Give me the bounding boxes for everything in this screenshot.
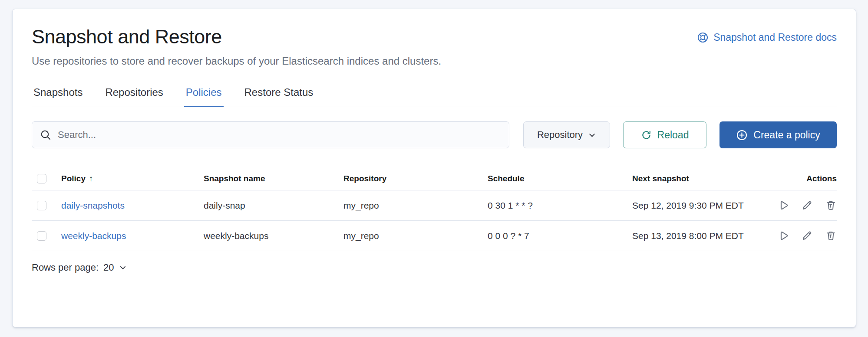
- search-icon: [40, 129, 52, 141]
- repository-filter-button[interactable]: Repository: [523, 121, 610, 148]
- plus-circle-icon: [736, 129, 748, 141]
- run-policy-icon[interactable]: [777, 200, 789, 211]
- rows-per-page-value: 20: [103, 262, 114, 273]
- policy-sort-control[interactable]: Policy ↑: [61, 174, 93, 183]
- repository-cell: my_repo: [343, 231, 488, 241]
- reload-button[interactable]: Reload: [623, 121, 706, 148]
- rows-per-page-label: Rows per page:: [32, 262, 99, 273]
- column-header-repository: Repository: [343, 174, 488, 183]
- page-title: Snapshot and Restore: [32, 26, 222, 48]
- delete-policy-icon[interactable]: [825, 230, 837, 242]
- policy-cell: weekly-backups: [61, 231, 204, 241]
- policy-link[interactable]: daily-snapshots: [61, 200, 125, 210]
- row-checkbox-cell: [32, 231, 61, 241]
- next-snapshot-cell: Sep 13, 2019 8:00 PM EDT: [632, 231, 771, 241]
- rows-per-page-control[interactable]: Rows per page: 20: [32, 262, 127, 273]
- delete-policy-icon[interactable]: [825, 200, 837, 211]
- policy-cell: daily-snapshots: [61, 200, 204, 211]
- chevron-down-icon: [588, 131, 596, 139]
- repository-cell: my_repo: [343, 200, 488, 211]
- refresh-icon: [641, 130, 652, 141]
- snapshot-restore-panel: Snapshot and Restore Snapshot and Restor…: [12, 9, 856, 327]
- policies-table: Policy ↑ Snapshot name Repository Schedu…: [32, 167, 837, 251]
- tab-snapshots[interactable]: Snapshots: [32, 84, 84, 107]
- table-row: weekly-backups weekly-backups my_repo 0 …: [32, 221, 837, 251]
- life-ring-icon: [697, 32, 709, 43]
- reload-button-label: Reload: [657, 129, 689, 141]
- table-header-row: Policy ↑ Snapshot name Repository Schedu…: [32, 167, 837, 190]
- snapshot-name-cell: weekly-backups: [204, 231, 343, 241]
- row-actions-cell: [771, 200, 837, 211]
- page-header: Snapshot and Restore Snapshot and Restor…: [32, 26, 837, 48]
- chevron-down-icon: [119, 264, 127, 272]
- column-header-policy: Policy ↑: [61, 174, 204, 183]
- header-checkbox-cell: [32, 174, 61, 183]
- create-policy-label: Create a policy: [753, 129, 820, 141]
- column-header-next-snapshot: Next snapshot: [632, 174, 771, 183]
- next-snapshot-cell: Sep 12, 2019 9:30 PM EDT: [632, 200, 771, 211]
- repository-filter-label: Repository: [537, 129, 583, 141]
- table-footer: Rows per page: 20: [32, 262, 837, 273]
- policies-toolbar: Repository Reload: [32, 121, 837, 148]
- schedule-cell: 0 30 1 * * ?: [488, 200, 632, 211]
- column-header-snapshot-name: Snapshot name: [204, 174, 343, 183]
- run-policy-icon[interactable]: [777, 230, 789, 242]
- edit-policy-icon[interactable]: [801, 200, 813, 211]
- column-header-schedule: Schedule: [488, 174, 632, 183]
- row-checkbox[interactable]: [37, 231, 46, 241]
- docs-link[interactable]: Snapshot and Restore docs: [697, 32, 837, 43]
- tab-repositories[interactable]: Repositories: [103, 84, 165, 107]
- page-subtitle: Use repositories to store and recover ba…: [32, 55, 837, 67]
- table-row: daily-snapshots daily-snap my_repo 0 30 …: [32, 190, 837, 221]
- search-input[interactable]: [58, 129, 501, 141]
- column-header-policy-label: Policy: [61, 174, 86, 183]
- column-header-actions: Actions: [771, 174, 837, 183]
- row-checkbox[interactable]: [37, 201, 46, 210]
- sort-ascending-icon: ↑: [89, 174, 93, 183]
- create-policy-button[interactable]: Create a policy: [719, 121, 837, 148]
- tab-restore-status[interactable]: Restore Status: [243, 84, 315, 107]
- tab-bar: Snapshots Repositories Policies Restore …: [32, 84, 837, 107]
- search-box: [32, 121, 509, 148]
- row-checkbox-cell: [32, 201, 61, 210]
- docs-link-label: Snapshot and Restore docs: [713, 32, 837, 43]
- row-actions-cell: [771, 230, 837, 242]
- edit-policy-icon[interactable]: [801, 230, 813, 242]
- snapshot-name-cell: daily-snap: [204, 200, 343, 211]
- schedule-cell: 0 0 0 ? * 7: [488, 231, 632, 241]
- tab-policies[interactable]: Policies: [184, 84, 224, 107]
- policy-link[interactable]: weekly-backups: [61, 231, 126, 241]
- select-all-checkbox[interactable]: [37, 174, 46, 183]
